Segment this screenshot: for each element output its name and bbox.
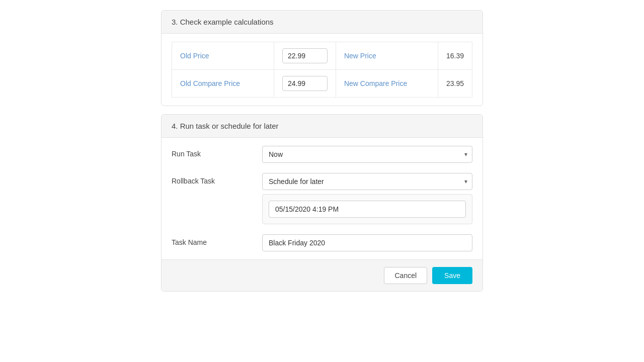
run-task-control: Now Schedule for later ▾: [262, 146, 472, 163]
calculations-table: Old Price New Price 16.39 Old Compare Pr…: [172, 42, 472, 98]
old-price-input-cell: [274, 42, 336, 70]
rollback-task-control: Now Schedule for later ▾: [262, 173, 472, 224]
task-name-label: Task Name: [172, 234, 262, 246]
rollback-task-label: Rollback Task: [172, 173, 262, 185]
cancel-button[interactable]: Cancel: [384, 267, 427, 284]
task-name-control: [262, 234, 472, 251]
table-row: Old Price New Price 16.39: [172, 42, 472, 70]
schedule-box: [262, 194, 472, 224]
rollback-task-select[interactable]: Now Schedule for later: [262, 173, 472, 190]
rollback-task-row: Rollback Task Now Schedule for later ▾: [172, 173, 472, 224]
datetime-input[interactable]: [269, 201, 466, 218]
table-row: Old Compare Price New Compare Price 23.9…: [172, 70, 472, 98]
run-task-row: Run Task Now Schedule for later ▾: [172, 146, 472, 163]
rollback-task-select-wrapper: Now Schedule for later ▾: [262, 173, 472, 190]
old-price-label: Old Price: [172, 42, 274, 70]
new-price-value: 16.39: [438, 42, 472, 70]
card-footer: Cancel Save: [162, 259, 482, 291]
old-compare-price-label: Old Compare Price: [172, 70, 274, 98]
run-task-select[interactable]: Now Schedule for later: [262, 146, 472, 163]
page-container: 3. Check example calculations Old Price …: [161, 10, 483, 292]
calculations-card: 3. Check example calculations Old Price …: [161, 10, 483, 106]
task-name-row: Task Name: [172, 234, 472, 251]
calculations-title: 3. Check example calculations: [162, 11, 482, 34]
new-compare-price-label: New Compare Price: [336, 70, 438, 98]
save-button[interactable]: Save: [432, 267, 472, 284]
task-title: 4. Run task or schedule for later: [162, 115, 482, 138]
old-compare-price-input-cell: [274, 70, 336, 98]
run-task-label: Run Task: [172, 146, 262, 158]
task-card: 4. Run task or schedule for later Run Ta…: [161, 114, 483, 292]
calculations-body: Old Price New Price 16.39 Old Compare Pr…: [162, 34, 482, 106]
task-body: Run Task Now Schedule for later ▾ Rollba…: [162, 138, 482, 259]
old-compare-price-input[interactable]: [282, 76, 328, 91]
task-name-input[interactable]: [262, 234, 472, 251]
run-task-select-wrapper: Now Schedule for later ▾: [262, 146, 472, 163]
new-price-label: New Price: [336, 42, 438, 70]
old-price-input[interactable]: [282, 48, 328, 63]
new-compare-price-value: 23.95: [438, 70, 472, 98]
